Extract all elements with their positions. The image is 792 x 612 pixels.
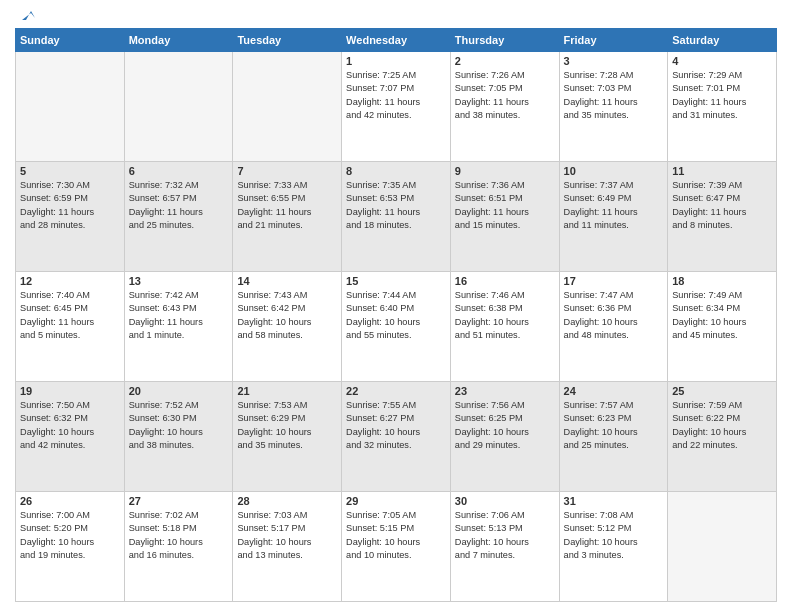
day-number: 2 [455,55,555,67]
day-number: 26 [20,495,120,507]
day-info: Sunrise: 7:40 AM Sunset: 6:45 PM Dayligh… [20,289,120,342]
calendar-cell [124,52,233,162]
calendar-cell: 21Sunrise: 7:53 AM Sunset: 6:29 PM Dayli… [233,382,342,492]
header [15,10,777,20]
calendar-cell: 8Sunrise: 7:35 AM Sunset: 6:53 PM Daylig… [342,162,451,272]
day-info: Sunrise: 7:59 AM Sunset: 6:22 PM Dayligh… [672,399,772,452]
calendar-cell: 31Sunrise: 7:08 AM Sunset: 5:12 PM Dayli… [559,492,668,602]
day-info: Sunrise: 7:32 AM Sunset: 6:57 PM Dayligh… [129,179,229,232]
page: SundayMondayTuesdayWednesdayThursdayFrid… [0,0,792,612]
weekday-header-monday: Monday [124,29,233,52]
calendar-cell: 1Sunrise: 7:25 AM Sunset: 7:07 PM Daylig… [342,52,451,162]
day-number: 18 [672,275,772,287]
day-number: 1 [346,55,446,67]
calendar-week-5: 26Sunrise: 7:00 AM Sunset: 5:20 PM Dayli… [16,492,777,602]
day-number: 5 [20,165,120,177]
calendar-cell: 23Sunrise: 7:56 AM Sunset: 6:25 PM Dayli… [450,382,559,492]
calendar-cell: 22Sunrise: 7:55 AM Sunset: 6:27 PM Dayli… [342,382,451,492]
day-info: Sunrise: 7:30 AM Sunset: 6:59 PM Dayligh… [20,179,120,232]
weekday-header-friday: Friday [559,29,668,52]
weekday-header-wednesday: Wednesday [342,29,451,52]
day-number: 15 [346,275,446,287]
day-number: 20 [129,385,229,397]
calendar-cell: 25Sunrise: 7:59 AM Sunset: 6:22 PM Dayli… [668,382,777,492]
day-info: Sunrise: 7:56 AM Sunset: 6:25 PM Dayligh… [455,399,555,452]
calendar-cell: 6Sunrise: 7:32 AM Sunset: 6:57 PM Daylig… [124,162,233,272]
calendar-cell: 5Sunrise: 7:30 AM Sunset: 6:59 PM Daylig… [16,162,125,272]
day-info: Sunrise: 7:50 AM Sunset: 6:32 PM Dayligh… [20,399,120,452]
day-info: Sunrise: 7:03 AM Sunset: 5:17 PM Dayligh… [237,509,337,562]
calendar-week-4: 19Sunrise: 7:50 AM Sunset: 6:32 PM Dayli… [16,382,777,492]
svg-marker-0 [22,11,35,20]
day-info: Sunrise: 7:53 AM Sunset: 6:29 PM Dayligh… [237,399,337,452]
calendar-cell: 16Sunrise: 7:46 AM Sunset: 6:38 PM Dayli… [450,272,559,382]
day-info: Sunrise: 7:36 AM Sunset: 6:51 PM Dayligh… [455,179,555,232]
calendar-cell: 7Sunrise: 7:33 AM Sunset: 6:55 PM Daylig… [233,162,342,272]
logo-icon [17,6,35,24]
weekday-header-saturday: Saturday [668,29,777,52]
day-info: Sunrise: 7:39 AM Sunset: 6:47 PM Dayligh… [672,179,772,232]
day-number: 29 [346,495,446,507]
day-info: Sunrise: 7:43 AM Sunset: 6:42 PM Dayligh… [237,289,337,342]
day-number: 31 [564,495,664,507]
day-number: 27 [129,495,229,507]
day-info: Sunrise: 7:25 AM Sunset: 7:07 PM Dayligh… [346,69,446,122]
day-number: 30 [455,495,555,507]
calendar-cell: 2Sunrise: 7:26 AM Sunset: 7:05 PM Daylig… [450,52,559,162]
calendar-week-1: 1Sunrise: 7:25 AM Sunset: 7:07 PM Daylig… [16,52,777,162]
day-number: 12 [20,275,120,287]
day-number: 7 [237,165,337,177]
calendar-cell [668,492,777,602]
calendar-cell: 14Sunrise: 7:43 AM Sunset: 6:42 PM Dayli… [233,272,342,382]
calendar-cell: 17Sunrise: 7:47 AM Sunset: 6:36 PM Dayli… [559,272,668,382]
day-info: Sunrise: 7:02 AM Sunset: 5:18 PM Dayligh… [129,509,229,562]
calendar-cell: 29Sunrise: 7:05 AM Sunset: 5:15 PM Dayli… [342,492,451,602]
calendar-cell: 3Sunrise: 7:28 AM Sunset: 7:03 PM Daylig… [559,52,668,162]
weekday-header-tuesday: Tuesday [233,29,342,52]
day-number: 3 [564,55,664,67]
day-info: Sunrise: 7:44 AM Sunset: 6:40 PM Dayligh… [346,289,446,342]
day-info: Sunrise: 7:26 AM Sunset: 7:05 PM Dayligh… [455,69,555,122]
day-info: Sunrise: 7:42 AM Sunset: 6:43 PM Dayligh… [129,289,229,342]
day-number: 23 [455,385,555,397]
day-info: Sunrise: 7:52 AM Sunset: 6:30 PM Dayligh… [129,399,229,452]
day-info: Sunrise: 7:08 AM Sunset: 5:12 PM Dayligh… [564,509,664,562]
day-info: Sunrise: 7:57 AM Sunset: 6:23 PM Dayligh… [564,399,664,452]
day-number: 11 [672,165,772,177]
calendar-cell: 19Sunrise: 7:50 AM Sunset: 6:32 PM Dayli… [16,382,125,492]
day-number: 19 [20,385,120,397]
calendar-cell: 24Sunrise: 7:57 AM Sunset: 6:23 PM Dayli… [559,382,668,492]
day-info: Sunrise: 7:05 AM Sunset: 5:15 PM Dayligh… [346,509,446,562]
day-info: Sunrise: 7:37 AM Sunset: 6:49 PM Dayligh… [564,179,664,232]
day-number: 14 [237,275,337,287]
calendar-cell: 15Sunrise: 7:44 AM Sunset: 6:40 PM Dayli… [342,272,451,382]
day-info: Sunrise: 7:29 AM Sunset: 7:01 PM Dayligh… [672,69,772,122]
day-info: Sunrise: 7:47 AM Sunset: 6:36 PM Dayligh… [564,289,664,342]
day-number: 24 [564,385,664,397]
calendar-cell: 20Sunrise: 7:52 AM Sunset: 6:30 PM Dayli… [124,382,233,492]
day-info: Sunrise: 7:00 AM Sunset: 5:20 PM Dayligh… [20,509,120,562]
calendar-cell: 27Sunrise: 7:02 AM Sunset: 5:18 PM Dayli… [124,492,233,602]
day-info: Sunrise: 7:33 AM Sunset: 6:55 PM Dayligh… [237,179,337,232]
day-number: 4 [672,55,772,67]
calendar-cell: 28Sunrise: 7:03 AM Sunset: 5:17 PM Dayli… [233,492,342,602]
day-number: 16 [455,275,555,287]
calendar-cell [233,52,342,162]
day-info: Sunrise: 7:35 AM Sunset: 6:53 PM Dayligh… [346,179,446,232]
day-info: Sunrise: 7:49 AM Sunset: 6:34 PM Dayligh… [672,289,772,342]
day-number: 25 [672,385,772,397]
day-number: 10 [564,165,664,177]
calendar-cell [16,52,125,162]
calendar-week-2: 5Sunrise: 7:30 AM Sunset: 6:59 PM Daylig… [16,162,777,272]
day-number: 22 [346,385,446,397]
calendar-cell: 4Sunrise: 7:29 AM Sunset: 7:01 PM Daylig… [668,52,777,162]
calendar-cell: 13Sunrise: 7:42 AM Sunset: 6:43 PM Dayli… [124,272,233,382]
day-info: Sunrise: 7:55 AM Sunset: 6:27 PM Dayligh… [346,399,446,452]
day-number: 9 [455,165,555,177]
calendar-cell: 12Sunrise: 7:40 AM Sunset: 6:45 PM Dayli… [16,272,125,382]
logo [15,10,35,20]
day-info: Sunrise: 7:06 AM Sunset: 5:13 PM Dayligh… [455,509,555,562]
day-number: 17 [564,275,664,287]
weekday-header-row: SundayMondayTuesdayWednesdayThursdayFrid… [16,29,777,52]
day-number: 21 [237,385,337,397]
